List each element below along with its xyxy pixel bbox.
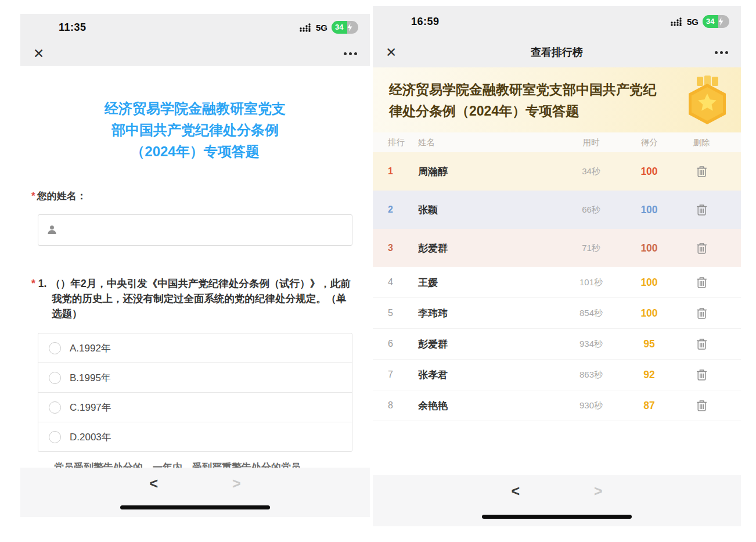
player-name: 周瀚醇	[418, 165, 561, 178]
table-row: 7 张孝君 863秒 92	[373, 360, 741, 390]
delete-button[interactable]	[677, 338, 726, 350]
score-value: 95	[621, 338, 677, 350]
trash-icon	[696, 277, 707, 289]
gold-medal-star-icon	[683, 76, 732, 129]
option-label: D.2003年	[70, 430, 111, 444]
trash-icon	[696, 204, 707, 216]
rank-value: 4	[388, 277, 418, 288]
score-value: 100	[621, 242, 677, 254]
rank-value: 6	[388, 339, 418, 349]
score-value: 92	[621, 369, 677, 381]
home-indicator[interactable]	[482, 515, 632, 519]
leaderboard-column-headers: 排行 姓名 用时 得分 删除	[373, 132, 741, 152]
radio-icon[interactable]	[49, 431, 61, 443]
time-used: 71秒	[561, 243, 621, 254]
trash-icon	[696, 400, 707, 412]
score-value: 100	[621, 204, 677, 216]
col-rank: 排行	[388, 137, 418, 148]
table-row: 2 张颖 66秒 100	[373, 191, 741, 229]
radio-icon[interactable]	[49, 401, 61, 414]
option-b[interactable]: B.1995年	[38, 363, 352, 393]
table-row: 3 彭爱群 71秒 100	[373, 229, 741, 267]
rank-value: 1	[388, 166, 418, 177]
rank-value: 8	[388, 400, 418, 411]
delete-button[interactable]	[677, 307, 726, 320]
forward-button[interactable]: >	[232, 475, 241, 492]
rank-value: 2	[388, 204, 418, 215]
browser-bottom-bar: < >	[373, 475, 741, 526]
clock: 11:35	[59, 21, 87, 34]
clipped-next-question: 党员受到警告处分的，一年内，受到严重警告处分的党员	[54, 462, 352, 468]
trash-icon	[696, 369, 707, 381]
player-name: 余艳艳	[418, 399, 561, 412]
option-label: B.1995年	[70, 371, 111, 385]
question-1-options: A.1992年 B.1995年 C.1997年 D.2003年	[38, 333, 352, 452]
radio-icon[interactable]	[49, 342, 61, 354]
player-name: 张孝君	[418, 368, 561, 382]
close-icon[interactable]: ✕	[33, 46, 44, 62]
time-used: 101秒	[561, 277, 621, 288]
back-button[interactable]: <	[511, 483, 520, 500]
cellular-signal-icon	[670, 17, 683, 26]
home-indicator[interactable]	[120, 505, 270, 509]
leaderboard-banner: 经济贸易学院金融教研室党支部中国共产党纪律处分条例（2024年）专项答题	[373, 67, 741, 132]
network-type-label: 5G	[687, 17, 699, 27]
player-name: 李玮玮	[418, 307, 561, 320]
top-bar: 16:59 5G 34 ✕ 查看排行榜	[373, 6, 741, 67]
delete-button[interactable]	[677, 369, 726, 381]
trash-icon	[696, 242, 707, 254]
option-label: A.1992年	[70, 342, 111, 355]
question-1-text: *1.（）年2月，中央引发《中国共产党纪律处分条例（试行）》，此前我党的历史上，…	[38, 276, 352, 322]
delete-button[interactable]	[677, 204, 726, 216]
forward-button[interactable]: >	[594, 483, 603, 500]
player-name: 彭爱群	[418, 338, 561, 351]
network-type-label: 5G	[316, 23, 327, 33]
trash-icon	[696, 307, 707, 320]
back-button[interactable]: <	[149, 475, 158, 492]
more-menu-icon[interactable]	[715, 51, 728, 54]
nav-bar: ✕	[20, 41, 370, 66]
delete-button[interactable]	[677, 400, 726, 412]
more-menu-icon[interactable]	[344, 52, 357, 55]
score-value: 100	[621, 277, 677, 289]
trash-icon	[696, 338, 707, 350]
radio-icon[interactable]	[49, 372, 61, 384]
option-c[interactable]: C.1997年	[38, 393, 352, 422]
battery-charging-icon: 34	[703, 15, 729, 28]
option-a[interactable]: A.1992年	[38, 333, 352, 363]
score-value: 87	[621, 400, 677, 412]
person-icon	[46, 224, 57, 235]
rank-value: 3	[388, 243, 418, 253]
quiz-title: 经济贸易学院金融教研室党支部中国共产党纪律处分条例（2024年）专项答题	[101, 98, 289, 163]
status-bar: 16:59 5G 34	[373, 6, 741, 37]
close-icon[interactable]: ✕	[386, 45, 397, 60]
player-name: 彭爱群	[418, 242, 561, 255]
name-input[interactable]	[38, 214, 352, 246]
score-value: 100	[621, 166, 677, 178]
col-time: 用时	[561, 137, 621, 148]
browser-bottom-bar: < >	[20, 468, 370, 517]
quiz-form-screen: 11:35 5G 34 ✕ 经济贸易学院金融教研室	[20, 14, 370, 517]
leaderboard-title: 经济贸易学院金融教研室党支部中国共产党纪律处分条例（2024年）专项答题	[389, 79, 656, 122]
option-d[interactable]: D.2003年	[38, 422, 352, 451]
table-row: 6 彭爱群 934秒 95	[373, 329, 741, 360]
delete-button[interactable]	[677, 277, 726, 289]
nav-bar: ✕ 查看排行榜	[373, 37, 741, 67]
rank-value: 7	[388, 369, 418, 380]
rank-value: 5	[388, 308, 418, 318]
col-score: 得分	[621, 137, 677, 148]
clock: 16:59	[411, 16, 440, 28]
table-row: 5 李玮玮 854秒 100	[373, 298, 741, 329]
name-field-label: *您的姓名：	[38, 189, 352, 203]
leaderboard-rows: 1 周瀚醇 34秒 100 2 张颖 66秒 100	[373, 152, 741, 421]
time-used: 863秒	[561, 369, 621, 381]
page-title: 查看排行榜	[531, 45, 583, 59]
battery-charging-icon: 34	[332, 21, 358, 34]
player-name: 张颖	[418, 203, 561, 217]
time-used: 854秒	[561, 308, 621, 319]
col-name: 姓名	[418, 137, 561, 148]
delete-button[interactable]	[677, 166, 726, 178]
trash-icon	[696, 166, 707, 178]
delete-button[interactable]	[677, 242, 726, 254]
table-row: 1 周瀚醇 34秒 100	[373, 152, 741, 191]
